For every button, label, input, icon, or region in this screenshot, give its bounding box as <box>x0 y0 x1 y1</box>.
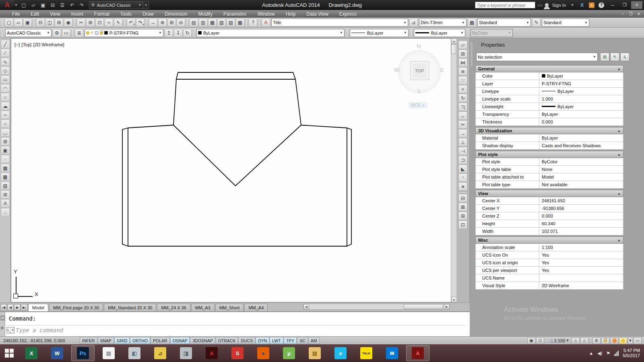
export-dwf-icon[interactable]: ◉ <box>64 19 72 27</box>
menu-help[interactable]: Help <box>286 11 296 17</box>
ellipse-arc-icon[interactable]: ◡ <box>1 128 10 137</box>
layer-thaw-icon[interactable]: ☀ <box>90 30 94 35</box>
quickcalc-icon[interactable]: ▩ <box>236 19 244 27</box>
layer-lock-icon[interactable] <box>100 32 103 35</box>
viewcube-top-face[interactable]: TOP <box>410 61 429 80</box>
move-icon[interactable]: + <box>458 85 467 93</box>
color-control[interactable]: ByLayer▼ <box>196 29 345 37</box>
tee-fitting-line-3[interactable] <box>173 125 301 186</box>
command-input[interactable]: Type a command <box>16 327 63 333</box>
revision-cloud-icon[interactable]: ☁ <box>1 102 10 110</box>
save-as-icon[interactable]: ⊟ <box>48 1 57 9</box>
taskbar-ie[interactable]: e <box>329 345 352 361</box>
break-icon[interactable]: ⊣ <box>458 147 467 155</box>
prop-value[interactable]: -91380.656 <box>539 205 623 212</box>
layer-translate-icon[interactable]: ↻ <box>183 29 192 37</box>
taskbar-ruler-tool[interactable]: ⊿ <box>149 345 172 361</box>
table-icon[interactable]: ⊞ <box>1 190 10 199</box>
taskbar-photoshop[interactable]: Ps <box>71 345 95 361</box>
prop-row-width[interactable]: Width102.071 <box>475 228 623 235</box>
toolbar-lock-icon[interactable] <box>601 337 609 344</box>
prop-row-visual-style[interactable]: Visual Style2D Wireframe <box>475 282 623 290</box>
send-under-icon[interactable]: ⊡ <box>458 220 467 229</box>
prop-value[interactable]: Model <box>539 173 623 181</box>
prop-row-ucs-name[interactable]: UCS Name <box>475 274 623 282</box>
menu-window[interactable]: Window <box>258 11 275 17</box>
layout-tab-mm_short[interactable]: MM_Short <box>215 304 244 311</box>
new-icon[interactable]: ▢ <box>5 19 13 27</box>
lineweight-control[interactable]: ByLayer▼ <box>414 29 465 37</box>
status-toggle-am[interactable]: AM <box>308 337 320 344</box>
prop-row-plot-style[interactable]: Plot styleByColor <box>475 158 623 166</box>
prop-value[interactable]: ByLayer <box>539 134 623 142</box>
tab-nav-0[interactable]: |◀ <box>0 304 7 311</box>
start-button[interactable] <box>0 344 19 362</box>
make-object-layer-current-icon[interactable]: ↥ <box>165 29 173 37</box>
send-to-back-icon[interactable]: ⊠ <box>458 203 467 211</box>
status-toggle-ducs[interactable]: DUCS <box>238 337 255 344</box>
status-menu-icon[interactable]: ▼ <box>628 337 633 344</box>
taskbar-mail[interactable]: ✉ <box>380 345 404 361</box>
layer-freeze-viewport-icon[interactable] <box>95 31 98 35</box>
status-toggle-3dosnap[interactable]: 3DOSNAP <box>190 337 215 344</box>
workspace-settings-icon[interactable]: ⚙ <box>53 29 61 37</box>
coordinate-readout[interactable]: 248180.152, -91401.398, 0.000 <box>0 338 80 343</box>
tab-nav-1[interactable]: ◀ <box>7 304 14 311</box>
my-workspace-icon[interactable]: ▭ <box>62 29 70 37</box>
search-icon[interactable]: ○○ <box>535 1 545 9</box>
prop-row-center-z[interactable]: Center Z0.000 <box>475 212 623 220</box>
tee-fitting-line-1[interactable] <box>173 79 176 125</box>
print-icon[interactable]: ☰ <box>58 1 67 9</box>
doc-restore-button[interactable]: ❒ <box>628 12 634 16</box>
gradient-icon[interactable]: ▩ <box>1 173 10 181</box>
taskbar-kakaotalk[interactable]: TALK <box>355 345 378 361</box>
prop-row-layer[interactable]: LayerP-STRY-FTNG <box>475 80 623 88</box>
layer-combo[interactable]: ☀ P-STRY-FTNG▼ <box>85 29 163 37</box>
horizontal-scroll-thumb[interactable] <box>404 304 443 309</box>
status-toggle-lwt[interactable]: LWT <box>270 337 283 344</box>
prop-value[interactable]: ByLayer <box>539 103 623 110</box>
taskbar-autocad[interactable]: A <box>406 345 429 361</box>
prop-row-thickness[interactable]: Thickness0.000 <box>475 118 623 126</box>
match-properties-icon[interactable]: ≈ <box>105 19 113 27</box>
status-toggle-ortho[interactable]: ORTHO <box>130 337 150 344</box>
status-toggle-polar[interactable]: POLAR <box>151 337 170 344</box>
cut-icon[interactable]: ✂ <box>77 19 85 27</box>
prop-value[interactable]: ByLayer <box>539 88 623 95</box>
scale-icon[interactable]: ◹ <box>458 103 467 111</box>
new-file-icon[interactable]: ▢ <box>19 1 28 9</box>
exchange-apps-icon[interactable]: X <box>577 1 587 9</box>
chamfer-icon[interactable]: ◣ <box>458 165 467 173</box>
prop-value[interactable]: 60.340 <box>539 220 623 227</box>
workspace-switcher[interactable]: ⚙ AutoCAD Classic ▼ <box>89 1 143 9</box>
scroll-down-button[interactable]: ▼ <box>451 297 457 302</box>
horizontal-scrollbar[interactable]: ◀ ▶ <box>303 304 450 310</box>
model-space-icon[interactable]: ▣ <box>527 337 535 344</box>
table-style-icon[interactable]: ▦ <box>468 19 476 27</box>
status-toggle-tpy[interactable]: TPY <box>284 337 297 344</box>
rectangle-icon[interactable]: ▭ <box>1 75 10 84</box>
select-objects-button[interactable]: ↖ <box>610 53 619 61</box>
close-button[interactable]: ✕ <box>631 1 642 9</box>
plot-icon[interactable]: ⊟ <box>36 19 45 27</box>
multiline-text-icon[interactable]: A <box>1 199 10 208</box>
dim-style-control[interactable]: Dim-T3mm▼ <box>419 19 466 27</box>
command-close-icon[interactable]: ✕ <box>0 315 5 321</box>
tee-fitting-line-10[interactable] <box>347 128 351 246</box>
taskbar-utorrent[interactable]: µ <box>277 345 301 361</box>
erase-icon[interactable]: ▱ <box>458 41 467 49</box>
menu-view[interactable]: View <box>50 11 60 17</box>
menu-edit[interactable]: Edit <box>31 11 39 17</box>
minimize-button[interactable]: ─ <box>607 1 618 9</box>
trim-icon[interactable]: ✂ <box>458 120 467 129</box>
menu-modify[interactable]: Modify <box>198 11 213 17</box>
rotate-icon[interactable]: ↻ <box>458 94 467 102</box>
style-brush-icon[interactable]: A <box>262 19 270 27</box>
prop-value[interactable]: 2D Wireframe <box>539 282 623 289</box>
signin-dropdown-icon[interactable]: ▼ <box>568 1 577 9</box>
prop-row-linetype-scale[interactable]: Linetype scale1.000 <box>475 95 623 103</box>
taskbar-utility-tool[interactable]: ◨ <box>174 345 198 361</box>
break-at-point-icon[interactable]: ⊥ <box>458 138 467 146</box>
prop-value[interactable]: Casts and Receives Shadows <box>539 142 623 149</box>
section-header-misc[interactable]: Misc▲ <box>475 237 623 244</box>
